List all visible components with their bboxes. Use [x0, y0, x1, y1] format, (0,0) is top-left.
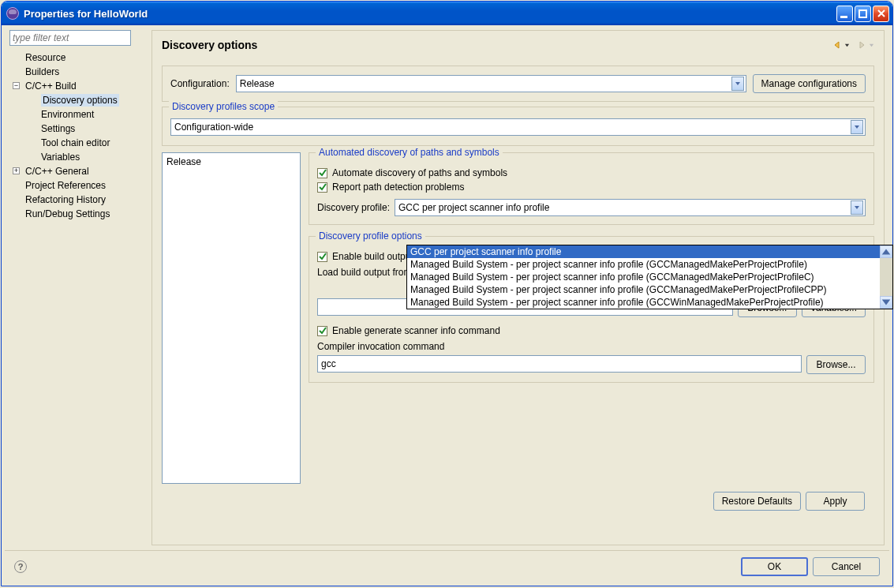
configuration-combo[interactable]: Release	[236, 75, 746, 92]
expand-icon[interactable]: +	[13, 167, 20, 174]
titlebar[interactable]: Properties for HelloWorld	[2, 2, 892, 25]
list-item[interactable]: Release	[166, 155, 296, 168]
profile-options-group-title: Discovery profile options	[316, 230, 425, 242]
compiler-cmd-label: Compiler invocation command	[317, 341, 866, 352]
enable-generate-checkbox[interactable]	[317, 326, 327, 336]
tree-item-tool-chain-editor[interactable]: Tool chain editor	[9, 136, 147, 150]
chevron-down-icon[interactable]	[851, 200, 863, 215]
discovery-profile-combo[interactable]: GCC per project scanner info profile	[395, 199, 866, 216]
tree-item-variables[interactable]: Variables	[9, 150, 147, 164]
enable-build-output-checkbox[interactable]	[317, 252, 327, 262]
tree-item-builders[interactable]: Builders	[9, 65, 147, 79]
configuration-label: Configuration:	[170, 78, 230, 89]
dropdown-item[interactable]: GCC per project scanner info profile	[407, 245, 880, 258]
close-button[interactable]	[873, 6, 889, 22]
scroll-down-icon[interactable]	[880, 296, 892, 309]
scroll-up-icon[interactable]	[880, 245, 892, 258]
page-title: Discovery options	[162, 39, 832, 51]
tree-item-discovery-options[interactable]: Discovery options	[9, 93, 147, 107]
tree-item-project-references[interactable]: Project References	[9, 178, 147, 193]
chevron-down-icon[interactable]	[731, 77, 744, 91]
dropdown-item[interactable]: Managed Build System - per project scann…	[407, 283, 880, 296]
tree-item-run-debug-settings[interactable]: Run/Debug Settings	[9, 207, 147, 221]
enable-generate-label: Enable generate scanner info command	[332, 325, 500, 336]
chevron-down-icon[interactable]	[851, 120, 863, 134]
tree-item-environment[interactable]: Environment	[9, 107, 147, 122]
apply-button[interactable]: Apply	[806, 492, 865, 511]
automate-checkbox[interactable]	[317, 168, 327, 178]
forward-menu-icon[interactable]	[869, 43, 874, 48]
dropdown-scrollbar[interactable]	[880, 245, 892, 309]
properties-tree[interactable]: Resource Builders −C/C++ Build Discovery…	[9, 51, 147, 545]
discovery-profile-label: Discovery profile:	[317, 202, 390, 213]
compiler-cmd-input[interactable]: gcc	[317, 355, 802, 373]
filter-input[interactable]	[9, 30, 131, 46]
back-menu-icon[interactable]	[844, 43, 850, 48]
tree-item-ccpp-general[interactable]: +C/C++ General	[9, 164, 147, 178]
dropdown-item[interactable]: Managed Build System - per project scann…	[407, 271, 880, 283]
scope-combo[interactable]: Configuration-wide	[170, 118, 866, 136]
forward-icon[interactable]	[856, 39, 867, 51]
tree-item-resource[interactable]: Resource	[9, 51, 147, 65]
help-icon[interactable]: ?	[14, 560, 27, 573]
maximize-button[interactable]	[855, 6, 871, 22]
configuration-list[interactable]: Release	[162, 152, 301, 484]
back-icon[interactable]	[832, 39, 843, 51]
report-checkbox[interactable]	[317, 182, 327, 193]
cancel-button[interactable]: Cancel	[813, 557, 880, 576]
report-label: Report path detection problems	[332, 182, 464, 193]
automate-label: Automate discovery of paths and symbols	[332, 167, 507, 178]
ok-button[interactable]: OK	[741, 557, 808, 576]
collapse-icon[interactable]: −	[13, 82, 20, 89]
browse-compiler-button[interactable]: Browse...	[806, 355, 866, 374]
minimize-button[interactable]	[836, 6, 853, 22]
dropdown-item[interactable]: Managed Build System - per project scann…	[407, 258, 880, 271]
tree-item-ccpp-build[interactable]: −C/C++ Build	[9, 79, 147, 93]
tree-item-settings[interactable]: Settings	[9, 122, 147, 136]
dropdown-item[interactable]: Managed Build System - per project scann…	[407, 296, 880, 309]
tree-item-refactoring-history[interactable]: Refactoring History	[9, 193, 147, 207]
scope-group-title: Discovery profiles scope	[169, 101, 278, 112]
auto-group-title: Automated discovery of paths and symbols	[316, 147, 503, 158]
manage-configurations-button[interactable]: Manage configurations	[753, 74, 866, 93]
eclipse-icon	[6, 7, 19, 20]
discovery-profile-dropdown[interactable]: GCC per project scanner info profile Man…	[406, 245, 893, 309]
window-title: Properties for HelloWorld	[24, 8, 836, 20]
restore-defaults-button[interactable]: Restore Defaults	[713, 492, 801, 511]
